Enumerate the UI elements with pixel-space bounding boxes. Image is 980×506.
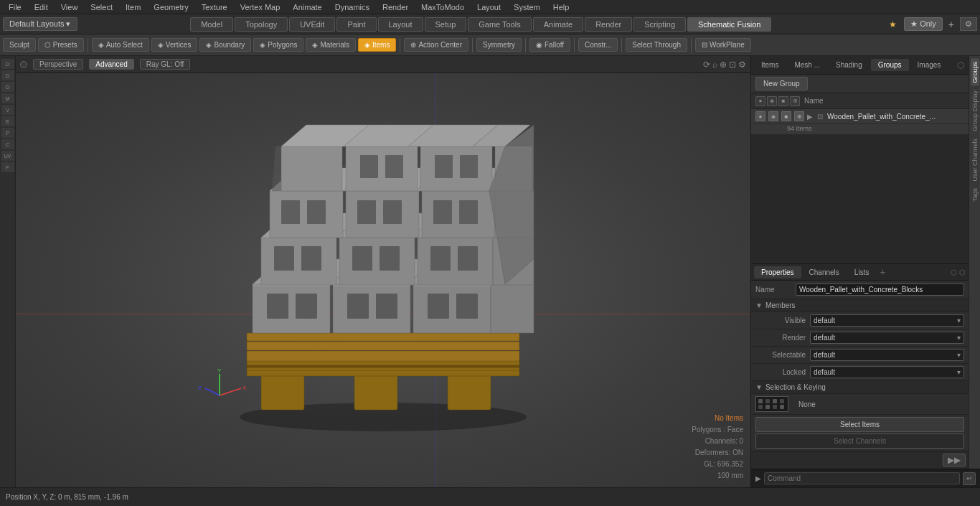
locked-select[interactable]: default ▾ [810,366,964,378]
tab-setup[interactable]: Setup [425,17,467,32]
sidebar-icon-poly[interactable]: P [1,128,14,138]
menu-layout[interactable]: Layout [471,1,507,13]
tab-images[interactable]: Images [910,59,948,71]
group-list-item[interactable]: ● ◈ ■ ⊕ ▶ ⊡ Wooden_Pallet_with_Concrete_… [751,109,969,124]
menu-dynamics[interactable]: Dynamics [329,1,375,13]
select-items-button[interactable]: Select Items [755,417,964,432]
render-select[interactable]: default ▾ [810,332,964,344]
command-submit-button[interactable]: ↵ [963,472,976,485]
rotate-icon[interactable]: ⟳ [703,60,710,70]
constraints-button[interactable]: Constr... [578,38,618,52]
members-section-header[interactable]: ▼ Members [751,299,969,312]
menu-view[interactable]: View [55,1,84,13]
tab-animate[interactable]: Animate [533,17,583,32]
menu-texture[interactable]: Texture [196,1,233,13]
auto-select-button[interactable]: ◈ Auto Select [92,38,149,52]
frame-icon[interactable]: ⊡ [729,60,736,70]
add-layout-button[interactable]: + [946,17,957,32]
materials-button[interactable]: ◈ Materials [306,38,356,52]
menu-geometry[interactable]: Geometry [148,1,194,13]
layout-dropdown[interactable]: Default Layouts ▾ [3,17,77,31]
vtab-groups[interactable]: Groups [971,59,979,86]
symmetry-button[interactable]: Symmetry [476,38,522,52]
sidebar-icon-2[interactable]: D [1,70,14,80]
expand-arrow-button[interactable]: ▶▶ [943,454,966,467]
perspective-button[interactable]: Perspective [33,59,83,70]
prop-expand-button[interactable]: ⬡ ⬡ [951,268,966,276]
sidebar-icon-e[interactable]: E [1,116,14,126]
selectable-select[interactable]: default ▾ [810,349,964,361]
eye-icon[interactable]: ● [755,96,765,106]
lock-icon[interactable]: ■ [778,96,788,106]
sidebar-icon-c[interactable]: C [1,139,14,149]
ray-gl-button[interactable]: Ray GL: Off [140,59,191,70]
menu-help[interactable]: Help [547,1,575,13]
settings-button[interactable]: ⚙ [960,17,977,31]
prop-tab-channels[interactable]: Channels [802,266,847,278]
render-icon[interactable]: ◈ [767,96,777,106]
tab-groups[interactable]: Groups [871,59,909,71]
prop-add-tab-button[interactable]: + [877,266,888,278]
tab-shading[interactable]: Shading [829,59,870,71]
only-button[interactable]: ★ Only [904,17,943,31]
advanced-button[interactable]: Advanced [89,59,133,70]
sidebar-icon-f[interactable]: F [1,162,14,172]
presets-button[interactable]: ⬡ Presets [38,38,84,52]
visible-select[interactable]: default ▾ [810,314,964,327]
menu-select[interactable]: Select [85,1,118,13]
tab-render[interactable]: Render [585,17,632,32]
tab-paint[interactable]: Paint [336,17,376,32]
menu-file[interactable]: File [3,1,27,13]
vtab-user-channels[interactable]: User Channels [971,136,979,184]
select-channels-button[interactable]: Select Channels [755,434,964,449]
menu-maxtomodo[interactable]: MaxToModo [415,1,470,13]
sidebar-icon-mesh[interactable]: M [1,93,14,103]
sculpt-button[interactable]: Sculpt [3,38,36,52]
polygons-button[interactable]: ◈ Polygons [253,38,303,52]
sidebar-icon-v[interactable]: V [1,105,14,115]
sidebar-icon-uv[interactable]: UV [1,151,14,161]
menu-render[interactable]: Render [377,1,414,13]
menu-item[interactable]: Item [120,1,146,13]
link-vis-icon[interactable]: ⊕ [794,111,804,121]
lock-vis-icon[interactable]: ■ [781,111,791,121]
settings-viewport-icon[interactable]: ⚙ [738,60,746,70]
tab-layout[interactable]: Layout [378,17,423,32]
vtab-tags[interactable]: Tags [971,185,979,205]
visibility-icon[interactable]: ● [755,111,765,121]
boundary-button[interactable]: ◈ Boundary [199,38,251,52]
sidebar-icon-dup[interactable]: D [1,82,14,92]
menu-system[interactable]: System [508,1,546,13]
menu-animate[interactable]: Animate [287,1,327,13]
menu-vertex-map[interactable]: Vertex Map [235,1,286,13]
sidebar-icon-1[interactable]: D [1,59,14,69]
pan-icon[interactable]: ⊕ [720,60,727,70]
action-center-button[interactable]: ⊕ Action Center [404,38,468,52]
vertices-button[interactable]: ◈ Vertices [151,38,198,52]
tab-topology[interactable]: Topology [235,17,288,32]
render-vis-icon[interactable]: ◈ [768,111,778,121]
falloff-button[interactable]: ◉ Falloff [529,38,570,52]
workplane-button[interactable]: ⊟ WorkPlane [695,38,751,52]
tab-items[interactable]: Items [754,59,786,71]
panel-expand-icon[interactable]: ⬡ [956,59,966,72]
tab-model[interactable]: Model [190,17,233,32]
tab-scripting[interactable]: Scripting [633,17,686,32]
vtab-group-display[interactable]: Group Display [971,88,979,134]
viewport-3d[interactable]: X Y Z No Items Polygons : Face Channels:… [16,73,750,487]
menu-edit[interactable]: Edit [29,1,54,13]
prop-tab-lists[interactable]: Lists [847,266,877,278]
select-through-button[interactable]: Select Through [626,38,687,52]
tab-mesh[interactable]: Mesh ... [787,59,827,71]
link-icon[interactable]: ⊕ [790,96,800,106]
command-input[interactable] [764,472,960,484]
tab-schematic-fusion[interactable]: Schematic Fusion [687,17,771,32]
zoom-icon[interactable]: ⌕ [712,60,717,70]
selection-keying-header[interactable]: ▼ Selection & Keying [751,381,969,394]
prop-tab-properties[interactable]: Properties [754,266,801,278]
new-group-button[interactable]: New Group [755,77,808,90]
items-button[interactable]: ◈ Items [358,38,396,52]
tab-uvedit[interactable]: UVEdit [289,17,335,32]
name-input[interactable] [796,284,964,296]
tab-game-tools[interactable]: Game Tools [468,17,532,32]
